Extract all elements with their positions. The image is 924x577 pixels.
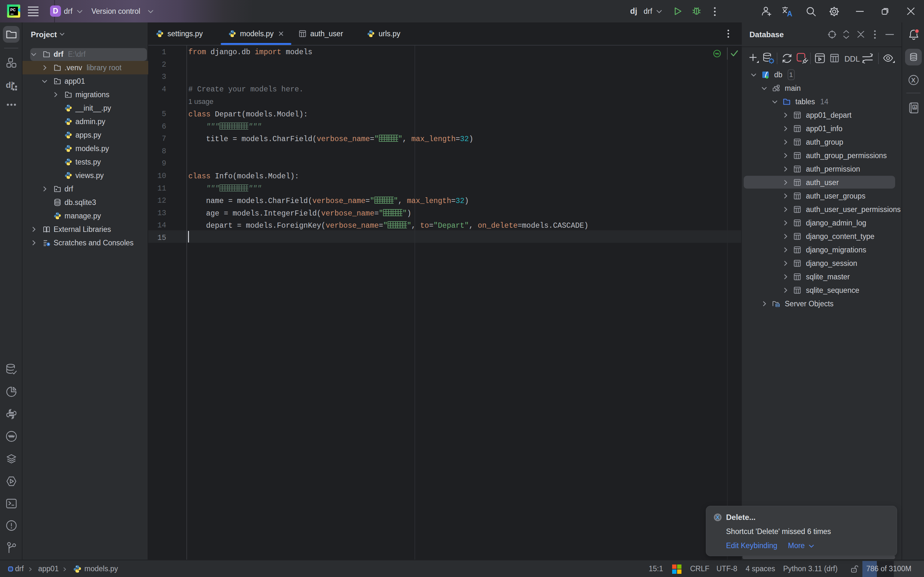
svg-text:X: X [911, 77, 916, 84]
svg-text:A: A [787, 10, 792, 17]
svg-text:X: X [716, 514, 720, 521]
svg-text:dj: dj [6, 81, 13, 90]
svg-text:A: A [913, 106, 916, 110]
